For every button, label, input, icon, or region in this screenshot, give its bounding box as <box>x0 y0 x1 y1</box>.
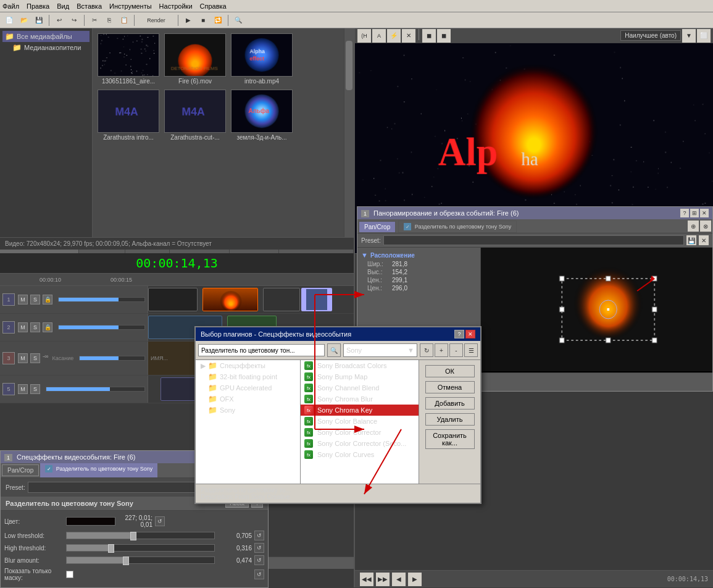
plugin-tree-ofx[interactable]: 📁 OFX <box>196 393 300 405</box>
plugin-cancel-btn[interactable]: Отмена <box>425 381 475 393</box>
param-high-slider[interactable] <box>66 544 215 552</box>
media-item-5[interactable]: Zarathustra-cut-... <box>164 90 226 141</box>
menu-insert[interactable]: Вставка <box>77 2 102 10</box>
plugin-dialog-help[interactable]: ? <box>454 330 464 338</box>
track-mute-2[interactable]: M <box>18 322 28 332</box>
plugin-remove-btn[interactable]: - <box>449 343 463 357</box>
plugin-tree-sony[interactable]: 📁 Sony <box>196 405 300 416</box>
prop-value-height[interactable]: 154,2 <box>392 269 407 275</box>
plugin-add-btn[interactable]: + <box>435 343 448 357</box>
media-item-4[interactable]: Zarathustra intro... <box>98 90 159 141</box>
plugin-saveas-btn[interactable]: Сохранить как... <box>425 429 475 449</box>
param-color-reset[interactable]: ↺ <box>155 516 165 526</box>
preview-btn-1[interactable]: (Н <box>357 29 371 43</box>
track-mute-3[interactable]: M <box>18 353 28 363</box>
track-volume-3[interactable] <box>79 356 145 361</box>
media-item-2[interactable]: Fire (6).mov <box>164 33 226 85</box>
pan-crop-help[interactable]: ? <box>680 209 689 217</box>
nav-btn-2[interactable]: ▶▶ <box>376 573 390 586</box>
plugin-item-channelblend[interactable]: fx Sony Channel Blend <box>301 382 419 393</box>
plugin-item-chromablur[interactable]: fx Sony Chroma Blur <box>301 393 419 405</box>
redo-button[interactable]: ↪ <box>67 14 81 27</box>
menu-view[interactable]: Вид <box>57 2 69 10</box>
pan-crop-preset-input[interactable] <box>383 235 684 245</box>
clip-fire[interactable] <box>202 288 258 311</box>
preview-settings[interactable]: ▼ <box>682 29 696 43</box>
vfx-tab-checkbox[interactable]: ✓ <box>45 465 52 472</box>
track-solo-1[interactable]: S <box>30 295 40 304</box>
track-volume-1[interactable] <box>58 297 145 302</box>
param-high-reset[interactable]: ↺ <box>254 543 264 553</box>
param-blur-slider[interactable] <box>66 556 215 564</box>
tree-item-drives[interactable]: 📁 Медианакопители <box>2 42 90 53</box>
plugin-tree-effects[interactable]: ▶ 📁 Спецэффекты <box>196 360 300 371</box>
zoom-button[interactable]: 🔍 <box>231 14 245 27</box>
plugin-item-colorcorrector[interactable]: fx Sony Color Corrector <box>301 427 419 438</box>
track-mute-5[interactable]: M <box>18 384 28 394</box>
plugin-search-input[interactable] <box>198 344 325 356</box>
quality-label[interactable]: Наилучшее (авто) <box>620 30 681 41</box>
param-blur-reset[interactable]: ↺ <box>254 555 264 565</box>
menu-edit[interactable]: Правка <box>27 2 49 10</box>
clip-selected[interactable] <box>301 288 332 311</box>
clip-1c[interactable] <box>263 288 300 311</box>
clip-1a[interactable] <box>148 288 198 311</box>
nav-btn-3[interactable]: ◀ <box>392 573 406 586</box>
plugin-refresh-btn[interactable]: ↻ <box>420 343 433 357</box>
pan-crop-tab-1[interactable]: Pan/Crop <box>359 221 396 233</box>
vfx-tab-splitter[interactable]: ✓ Разделитель по цветовому тону Sony <box>40 463 157 477</box>
track-mute-1[interactable]: M <box>18 295 28 304</box>
plugin-item-chromakey[interactable]: fx Sony Chroma Key <box>301 405 419 416</box>
plugin-item-bump[interactable]: fx Sony Bump Map <box>301 371 419 382</box>
pan-crop-tab-check[interactable]: ✓ <box>404 223 411 230</box>
menu-tools[interactable]: Инструменты <box>109 2 152 10</box>
nav-btn-4[interactable]: ▶ <box>408 573 422 586</box>
plugin-tree-gpu[interactable]: 📁 GPU Accelerated <box>196 382 300 393</box>
pan-crop-tool-2[interactable]: ⊗ <box>700 220 711 232</box>
loop-button[interactable]: 🔁 <box>211 14 225 27</box>
plugin-search-btn[interactable]: 🔍 <box>327 343 341 357</box>
param-mask-reset[interactable]: ↺ <box>254 569 264 579</box>
pan-crop-tile[interactable]: ⊞ <box>690 209 699 217</box>
stop-button[interactable]: ■ <box>196 14 210 27</box>
save-button[interactable]: 💾 <box>32 14 46 27</box>
menu-help[interactable]: Справка <box>200 2 227 10</box>
param-color-swatch[interactable] <box>66 517 115 526</box>
menu-settings[interactable]: Настройки <box>159 2 193 10</box>
prop-group-toggle[interactable]: ▼ Расположение <box>360 250 478 260</box>
plugin-delete-btn[interactable]: Удалить <box>425 413 475 426</box>
plugin-add-plugin-btn[interactable]: Добавить <box>425 397 475 410</box>
media-scrollbar[interactable] <box>344 28 354 237</box>
preview-btn-2[interactable]: A <box>372 29 386 43</box>
preview-btn-close[interactable]: ✕ <box>402 29 415 43</box>
media-item-6[interactable]: земля-3д-и-Аль... <box>231 90 293 141</box>
track-lock-1[interactable]: 🔒 <box>43 295 52 304</box>
preview-btn-3[interactable]: ⚡ <box>387 29 401 43</box>
plugin-item-broadcast[interactable]: fx Sony Broadcast Colors <box>301 360 419 371</box>
copy-button[interactable]: ⎘ <box>102 14 116 27</box>
param-low-slider[interactable] <box>66 532 215 539</box>
preview-btn-5[interactable]: ◼ <box>437 29 451 43</box>
track-content-1[interactable] <box>148 286 354 313</box>
pan-crop-preset-save[interactable]: 💾 <box>686 235 696 245</box>
media-item-3[interactable]: intro-ab.mp4 <box>231 33 293 85</box>
prop-value-cy[interactable]: 296,0 <box>392 285 407 292</box>
render-button[interactable]: Render <box>138 14 175 27</box>
media-item-1[interactable]: 1306511861_aire... <box>98 33 159 85</box>
plugin-folder-select[interactable]: Sony ▼ <box>343 343 417 357</box>
open-button[interactable]: 📂 <box>17 14 31 27</box>
pan-crop-tab-2[interactable]: ✓ Разделитель по цветовому тону Sony <box>398 220 517 233</box>
prop-value-width[interactable]: 281,8 <box>392 261 407 267</box>
pan-crop-preset-close[interactable]: ✕ <box>699 235 709 245</box>
tree-item-all-media[interactable]: 📁 Все медиафайлы <box>2 31 90 42</box>
vfx-tab-pancrop[interactable]: Pan/Crop <box>2 464 39 476</box>
param-mask-checkbox[interactable] <box>66 571 73 578</box>
plugin-tree-32bit[interactable]: 📁 32-bit floating point <box>196 371 300 382</box>
new-button[interactable]: 📄 <box>2 14 16 27</box>
plugin-list-btn[interactable]: ☰ <box>464 343 478 357</box>
track-solo-5[interactable]: S <box>30 384 40 394</box>
pan-crop-tool-1[interactable]: ⊕ <box>688 220 699 232</box>
param-low-reset[interactable]: ↺ <box>254 531 264 540</box>
cut-button[interactable]: ✂ <box>88 14 101 27</box>
undo-button[interactable]: ↩ <box>52 14 66 27</box>
